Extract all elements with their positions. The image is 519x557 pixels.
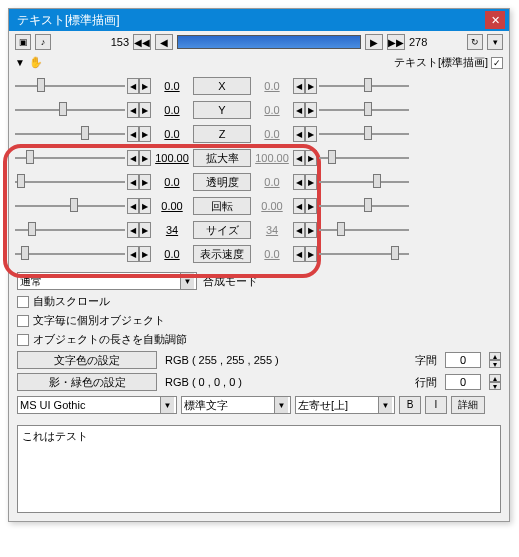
slider-y-left[interactable] <box>15 102 125 118</box>
line-label: 行間 <box>415 375 437 390</box>
italic-button[interactable]: I <box>425 396 447 414</box>
enable-checkbox[interactable]: ✓ <box>491 57 503 69</box>
forward-button[interactable]: ▶▶ <box>387 34 405 50</box>
expand-toggle[interactable]: ▼ <box>15 57 25 68</box>
param-row-y: ◀▶ 0.0 Y 0.0 ◀▶ <box>15 98 503 122</box>
spin-right-r[interactable]: ▶ <box>305 78 317 94</box>
sub-label: テキスト[標準描画] <box>394 55 488 70</box>
controls-panel: 通常▼ 合成モード 自動スクロール 文字毎に個別オブジェクト オブジェクトの長さ… <box>9 268 509 421</box>
value-x-right: 0.0 <box>253 80 291 92</box>
spin-left-r[interactable]: ◀ <box>293 78 305 94</box>
check-perchar[interactable] <box>17 315 29 327</box>
value-y-left[interactable]: 0.0 <box>153 104 191 116</box>
text-input[interactable]: これはテスト <box>17 425 501 513</box>
check-autolen[interactable] <box>17 334 29 346</box>
close-button[interactable]: ✕ <box>485 11 505 29</box>
value-x-left[interactable]: 0.0 <box>153 80 191 92</box>
next-button[interactable]: ▶ <box>365 34 383 50</box>
cursor-icon: ✋ <box>29 56 43 69</box>
param-row-z: ◀▶ 0.0 Z 0.0 ◀▶ <box>15 122 503 146</box>
param-button-y[interactable]: Y <box>193 101 251 119</box>
line-input[interactable] <box>445 374 481 390</box>
bold-button[interactable]: B <box>399 396 421 414</box>
frame-start: 153 <box>99 36 129 48</box>
slider-x-right[interactable] <box>319 78 409 94</box>
spin-right[interactable]: ▶ <box>139 78 151 94</box>
param-button-rotation[interactable]: 回転 <box>193 197 251 215</box>
param-row-rotation: ◀▶ 0.00 回転 0.00 ◀▶ <box>15 194 503 218</box>
timeline-slider[interactable] <box>177 35 361 49</box>
frame-end: 278 <box>409 36 439 48</box>
params-panel: ◀▶ 0.0 X 0.0 ◀▶ ◀▶ 0.0 Y 0.0 ◀▶ ◀▶ 0.0 Z… <box>9 72 509 268</box>
detail-button[interactable]: 詳細 <box>451 396 485 414</box>
spin-left[interactable]: ◀ <box>127 78 139 94</box>
param-button-size[interactable]: サイズ <box>193 221 251 239</box>
param-row-scale: ◀▶ 100.00 拡大率 100.00 ◀▶ <box>15 146 503 170</box>
check-autoscroll[interactable] <box>17 296 29 308</box>
camera-icon[interactable]: ▣ <box>15 34 31 50</box>
blend-mode-select[interactable]: 通常▼ <box>17 272 197 290</box>
text-color-rgb: RGB ( 255 , 255 , 255 ) <box>165 354 279 366</box>
param-button-opacity[interactable]: 透明度 <box>193 173 251 191</box>
style-select[interactable]: 標準文字▼ <box>181 396 291 414</box>
refresh-icon[interactable]: ↻ <box>467 34 483 50</box>
chevron-down-icon: ▼ <box>180 273 194 289</box>
sub-bar: ▼ ✋ テキスト[標準描画] ✓ <box>9 53 509 72</box>
titlebar: テキスト[標準描画] ✕ <box>9 9 509 31</box>
param-button-scale[interactable]: 拡大率 <box>193 149 251 167</box>
spacing-input[interactable] <box>445 352 481 368</box>
rewind-button[interactable]: ◀◀ <box>133 34 151 50</box>
slider-x-left[interactable] <box>15 78 125 94</box>
spacing-label: 字間 <box>415 353 437 368</box>
prev-button[interactable]: ◀ <box>155 34 173 50</box>
blend-label: 合成モード <box>203 274 258 289</box>
timeline-bar: ▣ ♪ 153 ◀◀ ◀ ▶ ▶▶ 278 ↻ ▾ <box>9 31 509 53</box>
param-row-speed: ◀▶ 0.0 表示速度 0.0 ◀▶ <box>15 242 503 266</box>
param-row-size: ◀▶ 34 サイズ 34 ◀▶ <box>15 218 503 242</box>
font-select[interactable]: MS UI Gothic▼ <box>17 396 177 414</box>
param-row-opacity: ◀▶ 0.0 透明度 0.0 ◀▶ <box>15 170 503 194</box>
shadow-color-button[interactable]: 影・緑色の設定 <box>17 373 157 391</box>
param-row-x: ◀▶ 0.0 X 0.0 ◀▶ <box>15 74 503 98</box>
text-color-button[interactable]: 文字色の設定 <box>17 351 157 369</box>
param-button-speed[interactable]: 表示速度 <box>193 245 251 263</box>
param-button-z[interactable]: Z <box>193 125 251 143</box>
window-title: テキスト[標準描画] <box>13 12 485 29</box>
align-select[interactable]: 左寄せ[上]▼ <box>295 396 395 414</box>
shadow-color-rgb: RGB ( 0 , 0 , 0 ) <box>165 376 242 388</box>
audio-icon[interactable]: ♪ <box>35 34 51 50</box>
down-icon[interactable]: ▾ <box>487 34 503 50</box>
param-button-x[interactable]: X <box>193 77 251 95</box>
